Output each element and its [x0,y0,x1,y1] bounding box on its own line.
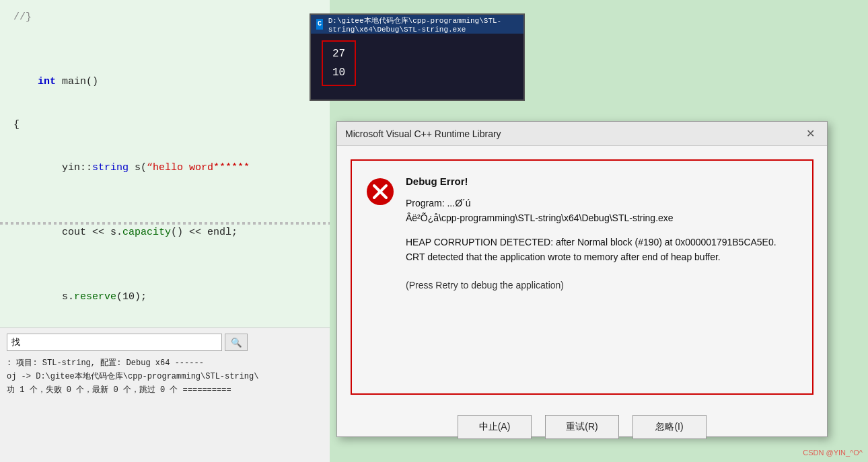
search-bar: 🔍 [7,334,323,351]
build-output: : 项目: STL-string, 配置: Debug x64 ------ o… [7,356,323,397]
retry-button[interactable]: 重试(R) [545,415,619,439]
error-heap-msg: HEAP CORRUPTION DETECTED: after Normal b… [406,235,776,264]
dialog-buttons: 中止(A) 重试(R) 忽略(I) [351,408,813,453]
error-press-msg: (Press Retry to debug the application) [406,278,776,293]
code-line-6: cout << s.capacity() << endl; [13,200,316,265]
program-label: Program: ...Ø´ú [406,198,470,208]
editor-separator [0,222,330,225]
code-line-1: //} [13,7,316,28]
search-icon: 🔍 [231,338,242,348]
error-text-block: Debug Error! Program: ...Ø´ú Âë²Õ¿å\cpp-… [406,174,776,293]
error-dialog: Microsoft Visual C++ Runtime Library ✕ D… [336,121,828,437]
console-output-line1: 27 [332,44,345,63]
heap-text: HEAP CORRUPTION DETECTED: after Normal b… [406,237,776,247]
code-line-3: int main() [13,50,316,114]
error-program: Program: ...Ø´ú Âë²Õ¿å\cpp-programming\S… [406,196,776,225]
abort-button[interactable]: 中止(A) [458,415,532,439]
bottom-panel: 🔍 : 项目: STL-string, 配置: Debug x64 ------… [0,328,330,462]
crt-text: CRT detected that the application wrote … [406,252,721,262]
error-inner-box: Debug Error! Program: ...Ø´ú Âë²Õ¿å\cpp-… [351,159,813,395]
watermark: CSDN @YIN_^O^ [803,449,863,457]
console-output-box: 27 10 [322,40,356,86]
program-path: Âë²Õ¿å\cpp-programming\STL-string\x64\De… [406,213,674,223]
code-line-2 [13,28,316,50]
build-line-1: : 项目: STL-string, 配置: Debug x64 ------ [7,356,323,370]
error-x-icon [365,177,395,206]
console-content: 27 10 [311,34,523,93]
console-titlebar: C D:\gitee本地代码仓库\cpp-programming\STL-str… [311,15,523,34]
ignore-button[interactable]: 忽略(I) [632,415,707,439]
search-input[interactable] [7,334,222,351]
console-title: D:\gitee本地代码仓库\cpp-programming\STL-strin… [328,15,518,34]
dialog-title: Microsoft Visual C++ Runtime Library [345,128,501,139]
console-app-icon: C [316,19,323,30]
build-line-2: oj -> D:\gitee本地代码仓库\cpp-programming\STL… [7,370,323,383]
console-output-line2: 10 [332,63,345,82]
build-line-3: 功 1 个，失败 0 个，最新 0 个，跳过 0 个 ========== [7,383,323,397]
dialog-close-button[interactable]: ✕ [802,126,819,141]
code-line-7: s.reserve(10); [13,265,316,330]
dialog-content: Debug Error! Program: ...Ø´ú Âë²Õ¿å\cpp-… [337,146,827,462]
code-line-4: { [13,114,316,136]
dialog-titlebar: Microsoft Visual C++ Runtime Library ✕ [337,122,827,146]
code-line-5: yin::string s(“hello word****** [13,136,316,200]
console-window: C D:\gitee本地代码仓库\cpp-programming\STL-str… [310,13,525,101]
search-button[interactable]: 🔍 [225,334,248,351]
error-title: Debug Error! [406,174,776,189]
